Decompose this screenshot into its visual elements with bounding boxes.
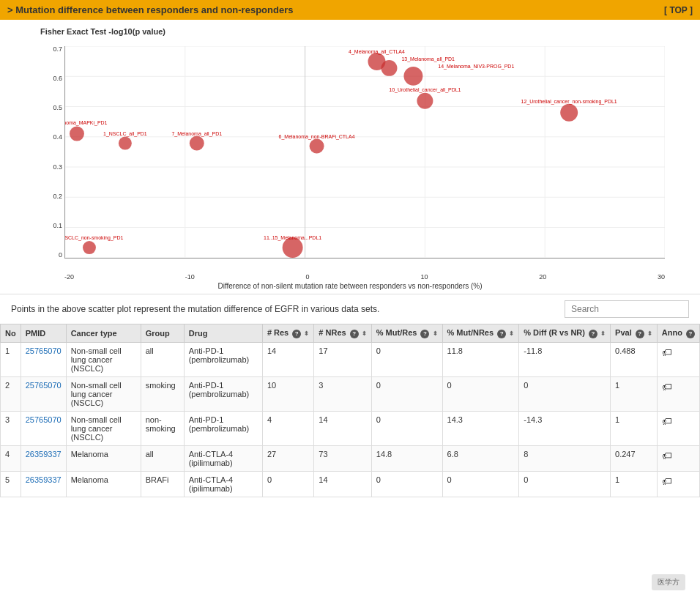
cell-drug-2: Anti-PD-1 (pembrolizumab) xyxy=(184,377,262,412)
table-row: 3 25765070 Non-small cell lung cancer (N… xyxy=(1,412,700,446)
label-1: 8_Melanoma_MAPKi_PD1 xyxy=(65,120,108,126)
pmid-link-5[interactable]: 26359337 xyxy=(26,475,62,484)
info-pct-diff[interactable]: ? xyxy=(589,330,597,338)
top-link[interactable]: [ TOP ] xyxy=(664,5,693,15)
cell-nres-3: 14 xyxy=(314,412,371,446)
chart-container: 0.7 0.6 0.5 0.4 0.3 0.2 0.1 0 xyxy=(31,39,669,281)
info-nres[interactable]: ? xyxy=(350,330,359,338)
cell-anno-2[interactable]: 🏷 xyxy=(657,377,699,412)
cell-anno-4[interactable]: 🏷 xyxy=(657,446,699,472)
bookmark-icon-3[interactable]: 🏷 xyxy=(662,415,672,427)
chart-svg: 8_Melanoma_MAPKi_PD1 1_NSCLC_all_PD1 3_N… xyxy=(65,46,665,258)
cell-pct-diff-5: 0 xyxy=(519,472,611,497)
cell-no-2: 2 xyxy=(1,377,21,412)
sort-pval[interactable]: ⬍ xyxy=(647,330,652,337)
col-res[interactable]: # Res ? ⬍ xyxy=(262,324,313,343)
sort-res[interactable]: ⬍ xyxy=(304,330,309,337)
cell-nres-1: 17 xyxy=(314,343,371,377)
sort-pct-diff[interactable]: ⬍ xyxy=(600,330,606,337)
cell-drug-1: Anti-PD-1 (pembrolizumab) xyxy=(184,343,262,377)
sort-mut-res[interactable]: ⬍ xyxy=(433,330,438,337)
pmid-link-4[interactable]: 26359337 xyxy=(26,450,62,459)
table-row: 2 25765070 Non-small cell lung cancer (N… xyxy=(1,377,700,412)
sort-nres[interactable]: ⬍ xyxy=(362,330,367,337)
point-2 xyxy=(119,137,132,150)
label-4: 7_Melanoma_all_PD1 xyxy=(171,131,222,137)
label-2: 1_NSCLC_all_PD1 xyxy=(103,131,147,137)
cell-anno-1[interactable]: 🏷 xyxy=(657,343,699,377)
cell-no-5: 5 xyxy=(1,472,21,497)
pmid-link-1[interactable]: 25765070 xyxy=(26,346,62,355)
label-3: 3_NSCLC_non-smoking_PD1 xyxy=(65,235,123,241)
cell-pval-1: 0.488 xyxy=(611,343,658,377)
label-11: 12_Urothelial_cancer_non-smoking_PDL1 xyxy=(521,99,617,105)
pmid-link-2[interactable]: 25765070 xyxy=(26,381,62,390)
col-group: Group xyxy=(141,324,184,343)
point-1 xyxy=(70,127,84,141)
cell-pmid-1: 25765070 xyxy=(21,343,66,377)
cell-pval-5: 1 xyxy=(611,472,658,497)
bookmark-icon-1[interactable]: 🏷 xyxy=(662,346,672,358)
label-8: 13_Melanoma_all_PD1 xyxy=(401,56,455,62)
col-pct-diff[interactable]: % Diff (R vs NR) ? ⬍ xyxy=(519,324,611,343)
cell-mut-res-1: 0 xyxy=(371,343,442,377)
table-row: 5 26359337 Melanoma BRAFi Anti-CTLA-4 (i… xyxy=(1,472,700,497)
cell-no-3: 3 xyxy=(1,412,21,446)
bookmark-icon-2[interactable]: 🏷 xyxy=(662,381,672,393)
cell-group-4: all xyxy=(141,446,184,472)
cell-res-2: 10 xyxy=(262,377,313,412)
cell-cancer-type-5: Melanoma xyxy=(66,472,141,497)
info-pval[interactable]: ? xyxy=(636,330,644,338)
cell-mut-nres-2: 0 xyxy=(442,377,519,412)
chart-plot-area: 8_Melanoma_MAPKi_PD1 1_NSCLC_all_PD1 3_N… xyxy=(64,46,665,259)
col-mut-res[interactable]: % Mut/Res ? ⬍ xyxy=(371,324,442,343)
x-axis-ticks: -20 -10 0 10 20 30 xyxy=(64,273,665,281)
info-mut-nres[interactable]: ? xyxy=(497,330,506,338)
y-axis-ticks: 0.7 0.6 0.5 0.4 0.3 0.2 0.1 0 xyxy=(31,46,64,259)
x-tick-n20: -20 xyxy=(64,273,74,281)
cell-pmid-3: 25765070 xyxy=(21,412,66,446)
chart-title: Fisher Exact Test -log10(p value) xyxy=(40,27,689,36)
info-res[interactable]: ? xyxy=(292,330,301,338)
col-cancer-type: Cancer type xyxy=(66,324,141,343)
chart-section: Fisher Exact Test -log10(p value) 0.7 0.… xyxy=(0,20,700,294)
point-8 xyxy=(381,60,397,76)
x-tick-20: 20 xyxy=(539,273,546,281)
info-anno[interactable]: ? xyxy=(686,330,695,338)
cell-drug-4: Anti-CTLA-4 (ipilimumab) xyxy=(184,446,262,472)
cell-res-4: 27 xyxy=(262,446,313,472)
cell-anno-5[interactable]: 🏷 xyxy=(657,472,699,497)
search-input[interactable] xyxy=(565,300,689,318)
y-tick-01: 0.1 xyxy=(31,223,64,229)
table-body: 1 25765070 Non-small cell lung cancer (N… xyxy=(1,343,700,497)
col-anno[interactable]: Anno ? xyxy=(657,324,699,343)
cell-nres-2: 3 xyxy=(314,377,371,412)
col-pval[interactable]: Pval ? ⬍ xyxy=(611,324,658,343)
cell-res-3: 4 xyxy=(262,412,313,446)
page-header: > Mutation difference between responders… xyxy=(0,0,700,20)
col-mut-nres[interactable]: % Mut/NRes ? ⬍ xyxy=(442,324,519,343)
sort-mut-nres[interactable]: ⬍ xyxy=(509,330,514,337)
label-5: 11..15_Melanoma...PDL1 xyxy=(264,235,321,241)
info-mut-res[interactable]: ? xyxy=(420,330,429,338)
cell-pct-diff-4: 8 xyxy=(519,446,611,472)
bookmark-icon-4[interactable]: 🏷 xyxy=(662,450,672,461)
cell-cancer-type-2: Non-small cell lung cancer (NSCLC) xyxy=(66,377,141,412)
point-9 xyxy=(403,67,422,86)
cell-pct-diff-2: 0 xyxy=(519,377,611,412)
cell-group-5: BRAFi xyxy=(141,472,184,497)
point-4 xyxy=(190,136,204,151)
cell-pval-2: 1 xyxy=(611,377,658,412)
description-row: Points in the above scatter plot represe… xyxy=(0,294,700,324)
y-tick-03: 0.3 xyxy=(31,164,64,171)
pmid-link-3[interactable]: 25765070 xyxy=(26,415,62,424)
col-nres[interactable]: # NRes ? ⬍ xyxy=(314,324,371,343)
cell-res-5: 0 xyxy=(262,472,313,497)
label-6: 6_Melanoma_non-BRAFi_CTLA4 xyxy=(279,134,355,140)
cell-anno-3[interactable]: 🏷 xyxy=(657,412,699,446)
x-axis-label: Difference of non-silent mutation rate b… xyxy=(11,282,689,290)
y-tick-05: 0.5 xyxy=(31,105,64,111)
bookmark-icon-5[interactable]: 🏷 xyxy=(662,475,672,487)
cell-mut-res-2: 0 xyxy=(371,377,442,412)
label-10: 10_Urothelial_cancer_all_PDL1 xyxy=(389,87,461,93)
